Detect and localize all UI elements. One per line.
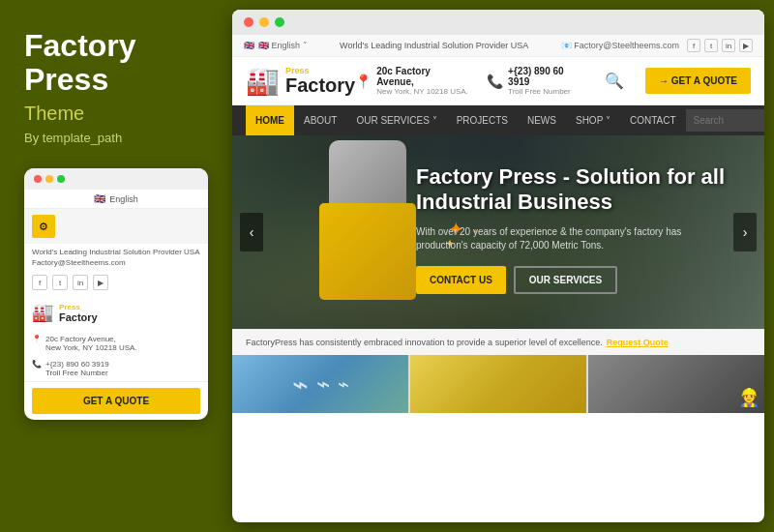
thumb-workers: 👷 xyxy=(588,355,764,413)
topbar-socials: f t in ▶ xyxy=(687,39,753,52)
bottom-thumbnails: ⌁ ⌁ ⌁ 👷 xyxy=(232,355,764,413)
header-info: 📍 20c Factory Avenue, New York, NY 10218… xyxy=(355,66,751,96)
site-content: 🇬🇧 🇬🇧 English ˅ World's Leading Industri… xyxy=(232,35,764,522)
address-icon: 📍 xyxy=(32,335,42,343)
hero-next-button[interactable]: › xyxy=(733,213,757,251)
mobile-preview: 🇬🇧 English ⚙ World's Leading Industrial … xyxy=(24,168,208,420)
theme-author: By template_path xyxy=(24,131,208,145)
nav-about[interactable]: ABOUT xyxy=(294,105,346,135)
thumb-industrial xyxy=(410,355,586,413)
mobile-email: Factory@Steeltheems.com xyxy=(32,258,200,267)
our-services-button[interactable]: OUR SERVICES xyxy=(514,266,617,294)
mobile-socials: f t in ▶ xyxy=(24,271,208,294)
left-panel: Factory Press Theme By template_path 🇬🇧 … xyxy=(0,0,232,532)
topbar-email: 📧 Factory@Steeltheems.com xyxy=(561,41,679,50)
nav-home[interactable]: HOME xyxy=(246,105,294,135)
thumb-windmill: ⌁ ⌁ ⌁ xyxy=(232,355,408,413)
mobile-language: English xyxy=(109,194,138,204)
info-banner: FactoryPress has consistently embraced i… xyxy=(232,329,764,355)
topbar-right: 📧 Factory@Steeltheems.com f t in ▶ xyxy=(561,39,753,52)
mobile-address-line2: New York, NY 10218 USA. xyxy=(45,343,137,352)
topbar-language[interactable]: 🇬🇧 English ˅ xyxy=(258,41,308,50)
browser-chrome xyxy=(232,10,764,35)
facebook-icon[interactable]: f xyxy=(32,275,47,290)
browser-dot-yellow xyxy=(259,17,269,27)
logo-text-wrap: Press Factory xyxy=(285,67,355,95)
phone-icon: 📞 xyxy=(32,360,42,369)
header-address: 📍 20c Factory Avenue, New York, NY 10218… xyxy=(355,66,469,96)
linkedin-icon[interactable]: in xyxy=(73,275,88,290)
nav-search: 🔍 xyxy=(686,107,765,133)
hero-prev-button[interactable]: ‹ xyxy=(240,213,263,251)
li-icon[interactable]: in xyxy=(722,39,735,52)
request-quote-link[interactable]: Request Quote xyxy=(607,338,669,347)
header-phone: 📞 +{23) 890 60 3919 Troll Free Number xyxy=(487,66,587,96)
phone-icon: 📞 xyxy=(487,74,503,89)
youtube-icon[interactable]: ▶ xyxy=(93,275,108,290)
thumb-2-content xyxy=(410,355,586,413)
theme-title: Factory Press xyxy=(24,29,208,97)
nav-news[interactable]: NEWS xyxy=(518,105,566,135)
logo-factory-text: Factory xyxy=(285,75,355,95)
phone-sub: Troll Free Number xyxy=(508,87,587,96)
mobile-phone-sub: Troll Free Number xyxy=(45,369,109,377)
mobile-logo-factory: Factory xyxy=(59,311,98,323)
thumb-1-content: ⌁ ⌁ ⌁ xyxy=(232,355,408,413)
hero-buttons: CONTACT US OUR SERVICES xyxy=(416,266,735,294)
mobile-logo-area: 🏭 Press Factory xyxy=(24,294,208,331)
mobile-dot-green xyxy=(57,175,65,183)
mobile-address-line1: 20c Factory Avenue, xyxy=(45,335,137,343)
browser-dot-green xyxy=(275,17,284,27)
search-input[interactable] xyxy=(686,109,765,132)
site-topbar: 🇬🇧 🇬🇧 English ˅ World's Leading Industri… xyxy=(232,35,764,57)
hero-title: Factory Press - Solution for all Industr… xyxy=(416,164,735,216)
jacket xyxy=(319,203,416,300)
contact-us-button[interactable]: CONTACT US xyxy=(416,266,506,294)
topbar-tagline: World's Leading Industrial Solution Prov… xyxy=(340,41,528,50)
mobile-tagline: World's Leading Industrial Solution Prov… xyxy=(32,248,200,256)
twitter-icon[interactable]: t xyxy=(52,275,68,290)
browser-window: 🇬🇧 🇬🇧 English ˅ World's Leading Industri… xyxy=(232,10,764,522)
nav-services[interactable]: OUR SERVICES ˅ xyxy=(346,105,446,135)
mobile-phone-number: +{23) 890 60 3919 xyxy=(45,360,109,369)
mobile-topbar: 🇬🇧 English xyxy=(24,190,208,209)
nav-shop[interactable]: SHOP ˅ xyxy=(566,105,620,135)
phone-number: +{23) 890 60 3919 xyxy=(508,66,587,87)
browser-dot-red xyxy=(244,17,253,27)
mobile-dot-red xyxy=(34,175,42,183)
theme-subtitle: Theme xyxy=(24,103,208,125)
windmill-icon1: ⌁ xyxy=(292,369,309,400)
site-header: 🏭 Press Factory 📍 20c Factory Avenue, Ne… xyxy=(232,57,764,105)
thumb-3-content: 👷 xyxy=(588,355,764,413)
logo-factory-icon: 🏭 xyxy=(246,65,280,97)
mobile-logo-icon: 🏭 xyxy=(32,302,53,323)
gear-icon[interactable]: ⚙ xyxy=(32,215,55,238)
windmill-icon2: ⌁ xyxy=(316,370,330,398)
mobile-chrome xyxy=(24,168,208,190)
address-line2: New York, NY 10218 USA. xyxy=(376,87,469,96)
site-nav: HOME ABOUT OUR SERVICES ˅ PROJECTS NEWS … xyxy=(232,105,764,135)
header-search-icon[interactable]: 🔍 xyxy=(605,72,624,90)
location-icon: 📍 xyxy=(355,74,372,89)
mobile-phone: 📞 +{23) 890 60 3919 Troll Free Number xyxy=(24,356,208,382)
mobile-logo-press: Press xyxy=(59,303,98,311)
hero-text: With over 20 years of experience & the c… xyxy=(416,225,735,252)
mobile-address: 📍 20c Factory Avenue, New York, NY 10218… xyxy=(24,331,208,356)
windmill-icon3: ⌁ xyxy=(338,372,349,396)
info-banner-text: FactoryPress has consistently embraced i… xyxy=(246,338,603,347)
get-quote-button[interactable]: → GET A QUOTE xyxy=(645,68,751,94)
mobile-dot-yellow xyxy=(45,175,53,183)
hero-content: Factory Press - Solution for all Industr… xyxy=(416,164,735,294)
address-text: 20c Factory Avenue, New York, NY 10218 U… xyxy=(376,66,469,96)
phone-text: +{23) 890 60 3919 Troll Free Number xyxy=(508,66,587,96)
nav-contact[interactable]: CONTACT xyxy=(620,105,686,135)
nav-projects[interactable]: PROJECTS xyxy=(447,105,518,135)
mobile-cta-button[interactable]: GET A QUOTE xyxy=(32,388,200,414)
site-logo: 🏭 Press Factory xyxy=(246,65,355,97)
workers-icon: 👷 xyxy=(738,387,759,408)
fb-icon[interactable]: f xyxy=(687,39,700,52)
flag-icon: 🇬🇧 xyxy=(94,193,105,204)
tw-icon[interactable]: t xyxy=(704,39,718,52)
yt-icon[interactable]: ▶ xyxy=(739,39,753,52)
mobile-info-bar: World's Leading Industrial Solution Prov… xyxy=(24,244,208,271)
